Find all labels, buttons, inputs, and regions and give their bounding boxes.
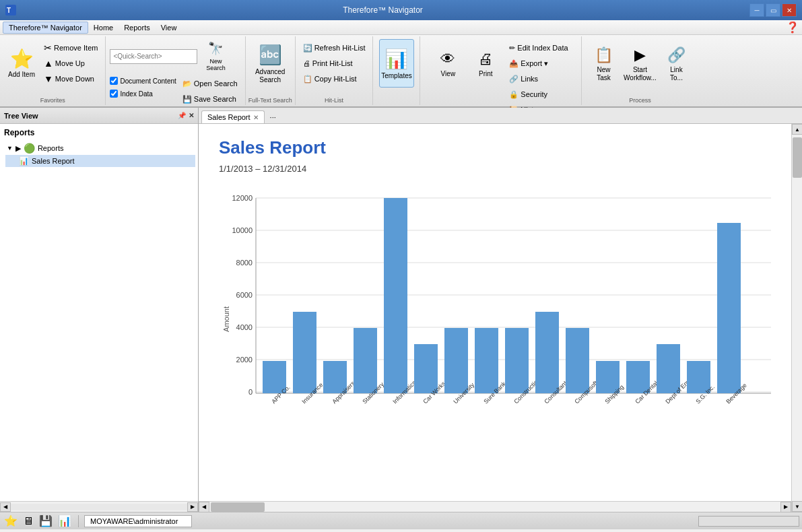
status-star-icon[interactable]: ⭐ bbox=[3, 514, 19, 527]
main-hscroll[interactable]: ◀ ▶ bbox=[199, 501, 791, 512]
ribbon-group-templates: 📊 Templates bbox=[373, 36, 420, 105]
print-button[interactable]: 🖨 Print bbox=[468, 39, 503, 88]
search-inner: 🔭 NewSearch Document Content Index Data bbox=[108, 38, 242, 106]
status-monitor-icon[interactable]: 🖥 bbox=[22, 515, 35, 527]
svg-text:8000: 8000 bbox=[236, 259, 253, 267]
bar-stationery bbox=[354, 328, 377, 393]
statusbar-left: ⭐ 🖥 💾 📊 MOYAWARE\administrator bbox=[3, 514, 192, 527]
statusbar-right bbox=[698, 516, 799, 527]
titlebar-title: Therefore™ Navigator bbox=[16, 5, 749, 15]
security-button[interactable]: 🔒 Security bbox=[506, 87, 571, 102]
open-search-label: Open Search bbox=[194, 79, 238, 88]
edit-index-button[interactable]: ✏ Edit Index Data bbox=[506, 40, 571, 55]
menu-reports[interactable]: Reports bbox=[119, 22, 156, 33]
main-inner: Sales Report 1/1/2013 – 12/31/2014 bbox=[199, 124, 791, 512]
remove-item-button[interactable]: ✂ Remove Item bbox=[40, 40, 101, 55]
move-up-button[interactable]: ▲ Move Up bbox=[40, 56, 101, 71]
add-item-button[interactable]: ⭐ Add Item bbox=[4, 39, 39, 88]
refresh-hitlist-button[interactable]: 🔄 Refresh Hit-List bbox=[300, 40, 369, 55]
doc-content-checkbox[interactable] bbox=[110, 77, 118, 85]
export-button[interactable]: 📤 Export ▾ bbox=[506, 56, 571, 71]
link-to-icon: 🔗 bbox=[667, 46, 686, 64]
favorites-inner: ⭐ Add Item ✂ Remove Item ▲ Move Up ▼ Mov… bbox=[3, 38, 102, 96]
tree-scroll-left[interactable]: ◀ bbox=[0, 502, 11, 512]
tree-group-header-reports[interactable]: ▼ ▶ 🟢 Reports bbox=[5, 141, 195, 155]
restore-button[interactable]: ▭ bbox=[766, 3, 780, 17]
index-data-checkbox-label[interactable]: Index Data bbox=[110, 88, 176, 100]
help-icon[interactable]: ❓ bbox=[786, 21, 799, 34]
save-search-button[interactable]: 💾 Save Search bbox=[179, 92, 241, 106]
menu-home[interactable]: Home bbox=[88, 22, 119, 33]
start-workflow-icon: ▶ bbox=[634, 46, 646, 64]
tree-close-icon[interactable]: ✕ bbox=[189, 112, 194, 119]
status-floppy-icon[interactable]: 💾 bbox=[38, 514, 54, 527]
vscroll-down[interactable]: ▼ bbox=[792, 501, 802, 512]
bar-consultants bbox=[535, 312, 559, 393]
hscroll-right[interactable]: ▶ bbox=[780, 502, 791, 512]
tree-view-controls: 📌 ✕ bbox=[178, 112, 194, 119]
add-item-icon: ⭐ bbox=[10, 50, 34, 69]
links-button[interactable]: 🔗 Links bbox=[506, 71, 571, 86]
templates-button[interactable]: 📊 Templates bbox=[379, 39, 414, 88]
search-checkboxes: Document Content Index Data 📂 Open Searc… bbox=[110, 75, 240, 106]
view-label: View bbox=[441, 70, 456, 78]
print-hitlist-button[interactable]: 🖨 Print Hit-List bbox=[300, 56, 369, 71]
move-down-icon: ▼ bbox=[44, 73, 53, 84]
menu-view[interactable]: View bbox=[156, 22, 182, 33]
tree-hscroll[interactable]: ◀ ▶ bbox=[0, 501, 198, 512]
tab-sales-report[interactable]: Sales Report ✕ bbox=[201, 110, 265, 123]
advanced-search-button[interactable]: 🔤 AdvancedSearch bbox=[253, 39, 288, 88]
tree-pin-icon[interactable]: 📌 bbox=[178, 112, 186, 119]
tree-content: Reports ▼ ▶ 🟢 Reports 📊 Sales Report bbox=[0, 124, 198, 501]
tab-more-button[interactable]: ··· bbox=[266, 111, 280, 123]
doc-content-checkbox-label[interactable]: Document Content bbox=[110, 75, 176, 87]
index-data-checkbox[interactable] bbox=[110, 90, 118, 98]
hitlist-group-label: Hit-List bbox=[325, 96, 343, 104]
main-vscroll[interactable]: ▲ ▼ bbox=[791, 124, 802, 512]
open-search-icon: 📂 bbox=[182, 79, 192, 88]
index-data-label: Index Data bbox=[120, 90, 152, 98]
new-task-icon: 📋 bbox=[595, 46, 613, 64]
quick-search-input[interactable] bbox=[110, 49, 197, 64]
new-search-button[interactable]: 🔭 NewSearch bbox=[199, 39, 232, 73]
vscroll-up[interactable]: ▲ bbox=[792, 124, 802, 135]
open-search-button[interactable]: 📂 Open Search bbox=[179, 76, 241, 91]
hscroll-thumb[interactable] bbox=[211, 502, 265, 512]
bar-informatics bbox=[384, 198, 407, 393]
copy-hitlist-button[interactable]: 📋 Copy Hit-List bbox=[300, 71, 369, 86]
fulltext-group-label: Full-Text Search bbox=[248, 96, 292, 104]
remove-item-label: Remove Item bbox=[54, 44, 98, 52]
hscroll-left[interactable]: ◀ bbox=[199, 502, 209, 512]
tab-close-icon[interactable]: ✕ bbox=[253, 114, 259, 121]
report-date-range: 1/1/2013 – 12/31/2014 bbox=[219, 164, 771, 174]
vscroll-thumb[interactable] bbox=[793, 137, 802, 178]
svg-text:12000: 12000 bbox=[232, 194, 253, 202]
search-btns-col: 📂 Open Search 💾 Save Search bbox=[179, 75, 241, 106]
view-button[interactable]: 👁 View bbox=[430, 39, 465, 88]
ribbon-group-fulltext: 🔤 AdvancedSearch Full-Text Search bbox=[246, 36, 296, 105]
refresh-icon: 🔄 bbox=[303, 44, 312, 53]
new-task-label: NewTask bbox=[597, 66, 611, 82]
tree-scroll-track bbox=[11, 504, 187, 510]
fulltext-inner: 🔤 AdvancedSearch bbox=[251, 38, 289, 96]
link-to-button[interactable]: 🔗 LinkTo... bbox=[659, 39, 694, 88]
bar-car-works bbox=[414, 344, 438, 393]
status-chart-icon[interactable]: 📊 bbox=[57, 514, 73, 527]
minimize-button[interactable]: ─ bbox=[749, 3, 764, 17]
move-down-button[interactable]: ▼ Move Down bbox=[40, 71, 101, 86]
tab-label-sales-report: Sales Report bbox=[207, 113, 250, 121]
ribbon: ⭐ Add Item ✂ Remove Item ▲ Move Up ▼ Mov… bbox=[0, 35, 802, 108]
menu-therefore[interactable]: Therefore™ Navigator bbox=[3, 22, 88, 34]
favorites-label: Favorites bbox=[40, 96, 65, 104]
start-workflow-button[interactable]: ▶ StartWorkflow... bbox=[622, 39, 657, 88]
ribbon-group-search: 🔭 NewSearch Document Content Index Data bbox=[106, 36, 245, 105]
start-workflow-label: StartWorkflow... bbox=[624, 66, 657, 82]
new-task-button[interactable]: 📋 NewTask bbox=[586, 39, 621, 88]
process-inner: 📋 NewTask ▶ StartWorkflow... 🔗 LinkTo... bbox=[584, 38, 695, 96]
svg-text:6000: 6000 bbox=[236, 291, 253, 299]
binoculars-icon: 🔭 bbox=[208, 41, 223, 56]
tree-scroll-right[interactable]: ▶ bbox=[187, 502, 198, 512]
close-button[interactable]: ✕ bbox=[782, 3, 797, 17]
tree-item-sales-report[interactable]: 📊 Sales Report bbox=[5, 155, 195, 167]
status-user: MOYAWARE\administrator bbox=[84, 515, 192, 527]
